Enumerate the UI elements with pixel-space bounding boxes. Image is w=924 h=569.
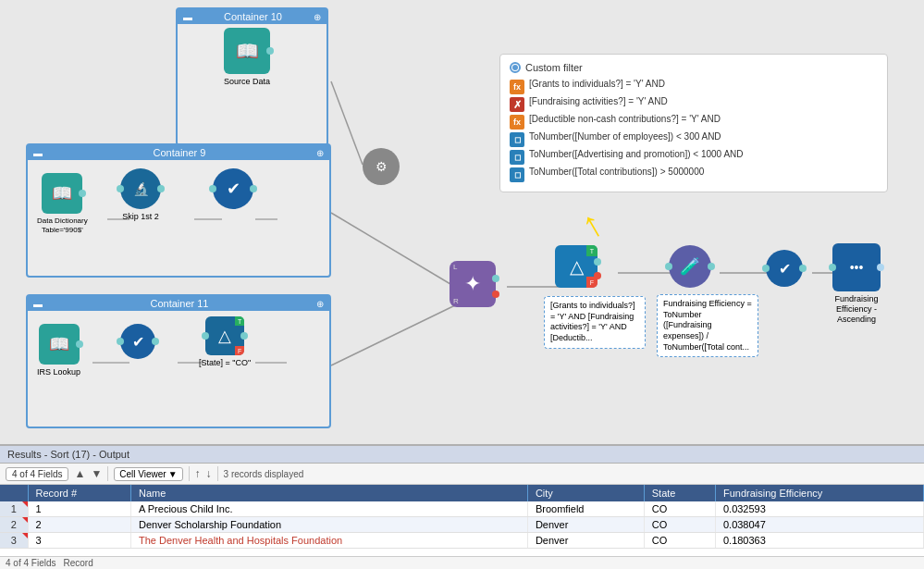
col-header-efficiency[interactable]: Fundraising Efficiency (715, 485, 923, 501)
yellow-arrow: ↑ (573, 202, 610, 247)
check-node-11[interactable]: ✔ (120, 324, 155, 359)
cell-state-2: CO (644, 517, 715, 533)
cell-city-2: Denver (527, 517, 644, 533)
container-11: ▬ Container 11 ⊕ 📖 IRS Lookup ✔ △ T (26, 294, 331, 428)
join-node[interactable]: ✦ L R (450, 261, 496, 307)
cell-efficiency-3: 0.180363 (715, 533, 923, 549)
cell-efficiency-2: 0.038047 (715, 517, 923, 533)
row-num-2: 2 (0, 517, 28, 533)
col-header-record[interactable]: Record # (28, 485, 130, 501)
filter-label-box: [Grants to individuals?] = 'Y' AND [Fund… (544, 296, 646, 349)
cell-city-3: Denver (527, 533, 644, 549)
cell-record-2: 2 (28, 517, 130, 533)
sample-join-node[interactable]: ⚙ (363, 148, 400, 185)
statusbar-type: Record (63, 558, 92, 568)
cell-name-3: The Denver Health and Hospitals Foundati… (130, 533, 527, 549)
filter-line-1: fx [Grants to individuals?] = 'Y' AND (510, 79, 878, 94)
statusbar-fields: 4 of 4 Fields (6, 558, 55, 568)
cell-record-3: 3 (28, 533, 130, 549)
container-10: ▬ Container 10 ⊕ 📖 Source Data (176, 7, 328, 146)
container-11-header: ▬ Container 11 ⊕ (28, 296, 329, 311)
row-num-1: 1 (0, 501, 28, 517)
records-displayed: 3 records displayed (224, 469, 304, 479)
col-header-city[interactable]: City (527, 485, 644, 501)
bottom-panel: Results - Sort (17) - Output 4 of 4 Fiel… (0, 444, 924, 569)
irs-lookup-node[interactable]: 📖 IRS Lookup (37, 324, 80, 377)
results-header: Results - Sort (17) - Output (0, 446, 924, 464)
col-header-num (0, 485, 28, 501)
svg-line-2 (331, 305, 455, 365)
results-table: Record # Name City State Fundraising Eff… (0, 485, 924, 549)
cell-viewer-btn[interactable]: Cell Viewer ▼ (114, 467, 182, 481)
statusbar: 4 of 4 Fields Record (0, 556, 924, 569)
sort-desc-btn[interactable]: ▼ (91, 467, 102, 480)
filter-line-2: ✗ [Fundraising activities?] = 'Y' AND (510, 96, 878, 112)
filter-formula-node[interactable]: △ T F (555, 245, 598, 288)
svg-line-1 (331, 213, 455, 287)
bottom-toolbar: 4 of 4 Fields ▲ ▼ Cell Viewer ▼ ↑ ↓ 3 re… (0, 464, 924, 485)
cell-record-1: 1 (28, 501, 130, 517)
state-filter-node[interactable]: △ T F [State] = "CO" (199, 316, 251, 368)
filter-line-6: ◻ ToNumber([Total contributions]) > 5000… (510, 167, 878, 182)
sort-node[interactable]: ••• FundraisingEfficiency -Ascending (832, 243, 881, 324)
container-9: ▬ Container 9 ⊕ 📖 Data DictionaryTable='… (26, 143, 331, 278)
cell-name-1: A Precious Child Inc. (130, 501, 527, 517)
main-check-node[interactable]: ✔ (766, 250, 803, 287)
cell-city-1: Broomfield (527, 501, 644, 517)
data-dict-node[interactable]: 📖 Data DictionaryTable='990$' (37, 173, 88, 234)
cell-name-2: Denver Scholarship Foundation (130, 517, 527, 533)
svg-line-0 (331, 81, 363, 165)
filter-line-5: ◻ ToNumber([Advertising and promotion]) … (510, 149, 878, 165)
filter-line-4: ◻ ToNumber([Number of employees]) < 300 … (510, 131, 878, 147)
sort-col-desc-btn[interactable]: ↓ (206, 467, 212, 480)
source-data-node[interactable]: 📖 Source Data (224, 28, 270, 87)
filter-line-3: fx [Deductible non-cash contributions?] … (510, 114, 878, 130)
check-node-9[interactable]: ✔ (213, 168, 253, 209)
cell-state-1: CO (644, 501, 715, 517)
cell-state-3: CO (644, 533, 715, 549)
cell-efficiency-1: 0.032593 (715, 501, 923, 517)
table-row[interactable]: 2 2 Denver Scholarship Foundation Denver… (0, 517, 924, 533)
radio-selected[interactable] (510, 62, 521, 73)
row-num-3: 3 (0, 533, 28, 549)
sort-asc-btn[interactable]: ▲ (74, 467, 85, 480)
container-10-header: ▬ Container 10 ⊕ (178, 9, 326, 24)
custom-filter-box: Custom filter fx [Grants to individuals?… (499, 54, 888, 192)
col-header-name[interactable]: Name (130, 485, 527, 501)
formula-node[interactable]: 🧪 (669, 245, 711, 288)
fields-badge[interactable]: 4 of 4 Fields (6, 467, 68, 481)
sort-col-asc-btn[interactable]: ↑ (195, 467, 201, 480)
col-header-state[interactable]: State (644, 485, 715, 501)
workflow-canvas: XR ▬ Container 10 ⊕ 📖 Source Data ▬ Cont… (0, 0, 924, 444)
custom-filter-title: Custom filter (510, 62, 878, 73)
skip-node[interactable]: 🔬 Skip 1st 2 (120, 168, 161, 222)
table-row-selected[interactable]: 3 3 The Denver Health and Hospitals Foun… (0, 533, 924, 549)
formula-label-box: Fundraising Efficiency = ToNumber ([Fund… (657, 294, 758, 357)
table-row[interactable]: 1 1 A Precious Child Inc. Broomfield CO … (0, 501, 924, 517)
container-9-header: ▬ Container 9 ⊕ (28, 145, 329, 160)
